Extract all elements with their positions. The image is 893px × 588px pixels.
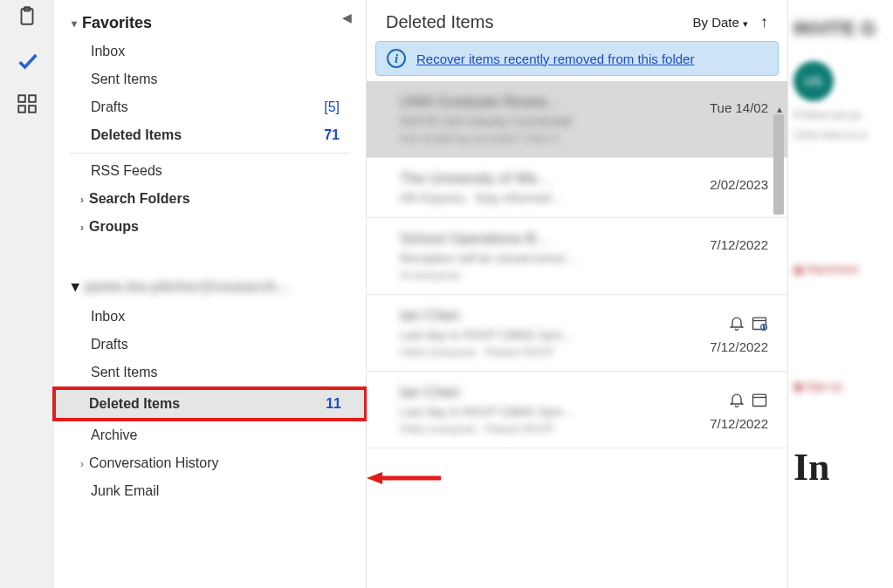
message-date: 7/12/2022 <box>710 339 768 354</box>
recover-banner: i Recover items recently removed from th… <box>375 41 779 76</box>
favorites-rss-feeds[interactable]: RSS Feeds <box>54 157 366 185</box>
message-date: 7/12/2022 <box>710 237 768 252</box>
recover-link[interactable]: Recover items recently removed from this… <box>416 51 694 66</box>
favorites-title: Favorites <box>82 14 152 32</box>
message-date: 2/02/2023 <box>710 177 768 192</box>
svg-rect-2 <box>18 95 25 102</box>
message-item[interactable]: The University of We… HR Express · Stay … <box>367 158 787 218</box>
account-inbox[interactable]: Inbox <box>54 303 366 331</box>
account-junk-email[interactable]: Junk Email <box>54 477 366 505</box>
account-drafts[interactable]: Drafts <box>54 331 366 359</box>
sort-direction-icon[interactable]: ↑ <box>760 13 768 31</box>
annotation-arrow <box>367 469 445 487</box>
list-title: Deleted Items <box>386 12 493 32</box>
svg-rect-3 <box>29 95 36 102</box>
list-pane: Deleted Items By Date ▾ ↑ i Recover item… <box>367 0 893 588</box>
message-item[interactable]: Ian Chen Last day to RSVP CBMS Sym… Hell… <box>367 295 787 372</box>
message-date: Tue 14/02 <box>710 100 768 115</box>
calendar-icon <box>751 391 768 411</box>
bell-icon <box>728 391 745 411</box>
folder-pane: ◀ ▾ Favorites Inbox Sent Items Drafts [5… <box>54 0 367 588</box>
favorites-header[interactable]: ▾ Favorites <box>54 9 366 38</box>
groups[interactable]: ›Groups <box>54 213 366 241</box>
info-icon: i <box>387 49 406 68</box>
account-archive[interactable]: Archive <box>54 421 366 449</box>
svg-text:i: i <box>763 325 764 330</box>
list-header: Deleted Items By Date ▾ ↑ <box>367 0 787 41</box>
attachment-chip[interactable]: ▣ Sign-up <box>793 380 893 393</box>
chevron-right-icon: › <box>80 458 84 470</box>
attachment-chip[interactable]: ▣ Attachment <box>793 263 893 276</box>
reading-body-heading: In <box>793 445 893 489</box>
calendar-info-icon: i <box>751 314 768 334</box>
divider <box>70 153 350 154</box>
reading-subject: INVITE G <box>793 17 893 40</box>
account-conversation-history[interactable]: ›Conversation History <box>54 449 366 477</box>
scrollbar-thumb[interactable] <box>773 114 784 215</box>
message-item[interactable]: UWA Graduate Resea… INVITE Get Industry … <box>367 81 787 158</box>
account-header[interactable]: ▾ jamie.lee.pilcher@research… <box>54 270 366 303</box>
search-folders[interactable]: ›Search Folders <box>54 185 366 213</box>
account-sent-items[interactable]: Sent Items <box>54 359 366 386</box>
app-rail <box>0 0 54 588</box>
message-list: UWA Graduate Resea… INVITE Get Industry … <box>367 81 787 448</box>
favorites-drafts[interactable]: Drafts [5] <box>54 93 366 121</box>
svg-rect-4 <box>18 106 25 113</box>
collapse-pane-icon[interactable]: ◀ <box>342 10 352 24</box>
favorites-inbox[interactable]: Inbox <box>54 38 366 65</box>
chevron-down-icon: ▾ <box>72 17 77 30</box>
message-date: 7/12/2022 <box>710 416 768 431</box>
svg-rect-10 <box>753 394 766 406</box>
bell-icon <box>728 314 745 334</box>
clipboard-icon[interactable] <box>16 5 38 28</box>
reading-pane: INVITE G UG If there are pr Click here t… <box>788 0 893 588</box>
svg-marker-13 <box>367 472 382 484</box>
chevron-right-icon: › <box>80 222 84 234</box>
scroll-up-icon[interactable]: ▲ <box>773 105 786 114</box>
favorites-sent-items[interactable]: Sent Items <box>54 65 366 93</box>
scrollbar[interactable]: ▲ <box>773 105 786 454</box>
favorites-deleted-items[interactable]: Deleted Items 71 <box>54 121 366 149</box>
highlighted-folder: Deleted Items 11 <box>52 386 368 421</box>
message-item[interactable]: Ian Chen Last day to RSVP CBMS Sym… Hell… <box>367 372 787 448</box>
apps-icon[interactable] <box>16 92 38 115</box>
svg-rect-5 <box>29 106 36 113</box>
chevron-right-icon: › <box>80 194 84 206</box>
chevron-down-icon: ▾ <box>72 277 79 296</box>
sort-button[interactable]: By Date ▾ <box>692 15 748 30</box>
account-deleted-items[interactable]: Deleted Items 11 <box>56 390 364 418</box>
message-item[interactable]: School Operations B… Reception will be c… <box>367 218 787 295</box>
chevron-down-icon: ▾ <box>743 18 748 29</box>
todo-icon[interactable] <box>16 49 38 72</box>
avatar: UG <box>793 61 834 101</box>
